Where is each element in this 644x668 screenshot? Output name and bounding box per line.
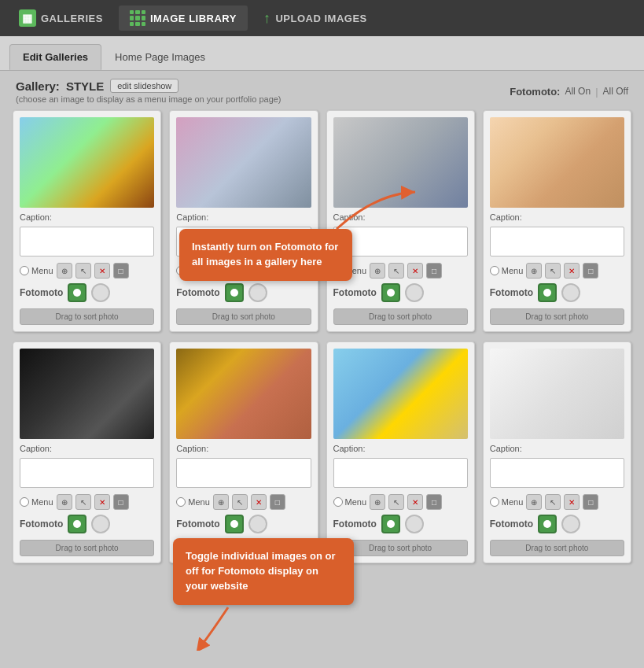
- fotomoto-toggle-on-1[interactable]: [68, 283, 86, 302]
- delete-btn-8[interactable]: ✕: [564, 494, 580, 510]
- move-btn-5[interactable]: ⊕: [57, 494, 72, 510]
- delete-btn-5[interactable]: ✕: [94, 494, 110, 510]
- fotomoto-row-4: Fotomoto: [490, 283, 624, 302]
- fotomoto-toggle-on-5[interactable]: [68, 515, 86, 533]
- fotomoto-toggle-off-8[interactable]: [561, 515, 580, 533]
- menu-radio-8[interactable]: Menu: [490, 497, 524, 507]
- edit-slideshow-button[interactable]: edit slideshow: [110, 79, 178, 93]
- fotomoto-card-label-4: Fotomoto: [490, 287, 533, 298]
- fotomoto-row-6: Fotomoto: [176, 515, 311, 533]
- resize-btn-8[interactable]: ↖: [545, 494, 561, 510]
- confirm-btn-3[interactable]: □: [426, 263, 442, 279]
- confirm-btn-2[interactable]: □: [270, 263, 285, 279]
- confirm-btn-8[interactable]: □: [583, 494, 598, 510]
- menu-label-1: Menu: [31, 266, 53, 275]
- nav-image-library[interactable]: IMAGE LIBRARY: [119, 6, 248, 31]
- fotomoto-toggle-on-3[interactable]: [381, 283, 400, 302]
- caption-input-3[interactable]: [333, 227, 468, 256]
- tab-home-page-images[interactable]: Home Page Images: [101, 44, 219, 70]
- confirm-btn-6[interactable]: □: [270, 494, 285, 510]
- move-btn-8[interactable]: ⊕: [526, 494, 542, 510]
- tab-edit-galleries[interactable]: Edit Galleries: [9, 44, 101, 70]
- delete-btn-6[interactable]: ✕: [251, 494, 267, 510]
- move-btn-3[interactable]: ⊕: [370, 263, 385, 279]
- drag-bar-3[interactable]: Drag to sort photo: [333, 308, 468, 325]
- delete-btn-4[interactable]: ✕: [564, 263, 580, 279]
- fotomoto-toggle-off-1[interactable]: [91, 283, 110, 302]
- resize-btn-6[interactable]: ↖: [232, 494, 248, 510]
- menu-radio-2[interactable]: Menu: [176, 266, 210, 275]
- drag-bar-2[interactable]: Drag to sort photo: [176, 308, 311, 325]
- caption-input-7[interactable]: [333, 458, 468, 488]
- caption-label-8: Caption:: [490, 444, 624, 453]
- main-content: Edit Galleries Home Page Images Gallery:…: [0, 36, 644, 668]
- delete-btn-2[interactable]: ✕: [251, 263, 267, 279]
- nav-galleries[interactable]: ▦ GALLERIES: [8, 5, 114, 31]
- move-btn-7[interactable]: ⊕: [370, 494, 385, 510]
- fotomoto-toggle-on-4[interactable]: [538, 283, 557, 302]
- drag-bar-5[interactable]: Drag to sort photo: [20, 540, 154, 556]
- confirm-btn-7[interactable]: □: [426, 494, 442, 510]
- resize-btn-2[interactable]: ↖: [232, 263, 248, 279]
- fotomoto-toggle-on-7[interactable]: [381, 515, 400, 533]
- caption-input-2[interactable]: [176, 227, 311, 256]
- menu-radio-3[interactable]: Menu: [333, 266, 367, 275]
- fotomoto-toggle-on-8[interactable]: [538, 515, 557, 533]
- caption-label-4: Caption:: [490, 212, 624, 222]
- fotomoto-toggle-off-7[interactable]: [405, 515, 424, 533]
- resize-btn-1[interactable]: ↖: [75, 263, 91, 279]
- caption-input-6[interactable]: [176, 458, 311, 488]
- resize-btn-7[interactable]: ↖: [388, 494, 404, 510]
- move-btn-6[interactable]: ⊕: [213, 494, 229, 510]
- fotomoto-toggle-off-4[interactable]: [561, 283, 580, 302]
- drag-bar-1[interactable]: Drag to sort photo: [20, 308, 154, 325]
- fotomoto-toggle-off-5[interactable]: [91, 515, 110, 533]
- resize-btn-3[interactable]: ↖: [388, 263, 404, 279]
- menu-radio-5[interactable]: Menu: [20, 497, 53, 507]
- confirm-btn-5[interactable]: □: [113, 494, 129, 510]
- fotomoto-toggle-off-3[interactable]: [405, 283, 424, 302]
- caption-label-1: Caption:: [20, 212, 154, 222]
- nav-upload-images[interactable]: ↑ UPLOAD IMAGES: [252, 6, 378, 31]
- caption-input-4[interactable]: [490, 227, 624, 256]
- menu-radio-1[interactable]: Menu: [20, 266, 53, 275]
- resize-btn-5[interactable]: ↖: [75, 494, 91, 510]
- fotomoto-toggle-on-6[interactable]: [225, 515, 244, 533]
- gallery-name: STYLE: [66, 79, 104, 93]
- fotomoto-card-label-7: Fotomoto: [333, 519, 377, 530]
- fotomoto-toggle-off-2[interactable]: [248, 283, 267, 302]
- move-btn-1[interactable]: ⊕: [57, 263, 72, 279]
- menu-radio-7[interactable]: Menu: [333, 497, 367, 507]
- card-actions-7: Menu ⊕ ↖ ✕ □: [333, 494, 468, 510]
- menu-radio-circle-2: [176, 266, 186, 275]
- gallery-title-area: Gallery: STYLE edit slideshow (choose an…: [16, 79, 282, 104]
- delete-btn-1[interactable]: ✕: [94, 263, 110, 279]
- drag-bar-8[interactable]: Drag to sort photo: [490, 540, 624, 556]
- top-navigation: ▦ GALLERIES IMAGE LIBRARY ↑ UPLOAD IMAGE…: [0, 0, 644, 36]
- galleries-label: GALLERIES: [41, 13, 103, 24]
- card-actions-4: Menu ⊕ ↖ ✕ □: [490, 263, 624, 279]
- fotomoto-toggle-off-6[interactable]: [248, 515, 267, 533]
- move-btn-2[interactable]: ⊕: [213, 263, 229, 279]
- all-on-link[interactable]: All On: [565, 86, 591, 97]
- all-off-link[interactable]: All Off: [603, 86, 628, 97]
- drag-bar-7[interactable]: Drag to sort photo: [333, 540, 468, 556]
- resize-btn-4[interactable]: ↖: [545, 263, 561, 279]
- menu-radio-4[interactable]: Menu: [490, 266, 524, 275]
- drag-bar-4[interactable]: Drag to sort photo: [490, 308, 624, 325]
- drag-bar-6[interactable]: Drag to sort photo: [176, 540, 311, 556]
- caption-input-1[interactable]: [20, 227, 154, 256]
- confirm-btn-1[interactable]: □: [113, 263, 129, 279]
- delete-btn-7[interactable]: ✕: [407, 494, 423, 510]
- fotomoto-row-2: Fotomoto: [176, 283, 311, 302]
- delete-btn-3[interactable]: ✕: [407, 263, 423, 279]
- confirm-btn-4[interactable]: □: [583, 263, 598, 279]
- caption-input-5[interactable]: [20, 458, 154, 488]
- image-card-6: Caption: Menu ⊕ ↖ ✕ □ Fotomoto: [169, 341, 318, 563]
- move-btn-4[interactable]: ⊕: [526, 263, 542, 279]
- image-card-2: Caption: Menu ⊕ ↖ ✕ □ Fotomoto: [169, 110, 318, 332]
- caption-input-8[interactable]: [490, 458, 624, 488]
- menu-label-8: Menu: [502, 497, 524, 507]
- menu-radio-6[interactable]: Menu: [176, 497, 210, 507]
- fotomoto-toggle-on-2[interactable]: [225, 283, 244, 302]
